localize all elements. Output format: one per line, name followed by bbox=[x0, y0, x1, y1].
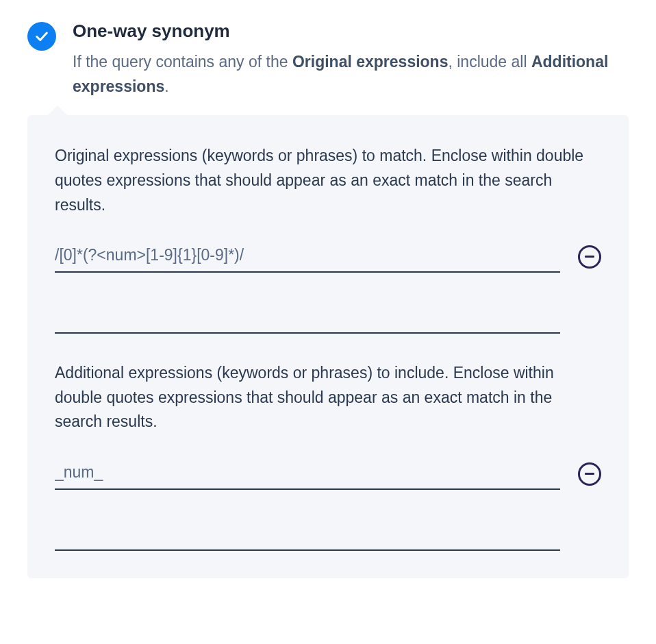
minus-icon bbox=[585, 256, 594, 258]
desc-bold1: Original expressions bbox=[292, 53, 449, 71]
original-expression-input[interactable] bbox=[55, 240, 560, 273]
desc-middle: , include all bbox=[448, 53, 531, 71]
additional-expressions-section: Additional expressions (keywords or phra… bbox=[55, 361, 601, 551]
config-panel: Original expressions (keywords or phrase… bbox=[27, 115, 629, 578]
original-input-row-0 bbox=[55, 240, 601, 273]
check-icon bbox=[27, 22, 56, 51]
remove-additional-expression-button[interactable] bbox=[578, 462, 601, 486]
option-header: One-way synonym If the query contains an… bbox=[27, 21, 629, 99]
option-description: If the query contains any of the Origina… bbox=[73, 50, 629, 99]
additional-expressions-label: Additional expressions (keywords or phra… bbox=[55, 361, 601, 434]
config-panel-wrapper: Original expressions (keywords or phrase… bbox=[27, 115, 629, 578]
option-title: One-way synonym bbox=[73, 21, 629, 42]
original-expressions-section: Original expressions (keywords or phrase… bbox=[55, 144, 601, 334]
additional-input-row-1 bbox=[55, 519, 601, 551]
header-text: One-way synonym If the query contains an… bbox=[73, 21, 629, 99]
panel-notch bbox=[47, 106, 68, 116]
desc-suffix: . bbox=[164, 77, 168, 95]
additional-input-row-0 bbox=[55, 458, 601, 490]
original-input-row-1 bbox=[55, 301, 601, 334]
additional-expression-input[interactable] bbox=[55, 519, 560, 551]
original-expressions-label: Original expressions (keywords or phrase… bbox=[55, 144, 601, 217]
remove-original-expression-button[interactable] bbox=[578, 245, 601, 269]
desc-prefix: If the query contains any of the bbox=[73, 53, 292, 71]
additional-expression-input[interactable] bbox=[55, 458, 560, 490]
minus-icon bbox=[585, 473, 594, 475]
original-expression-input[interactable] bbox=[55, 301, 560, 334]
